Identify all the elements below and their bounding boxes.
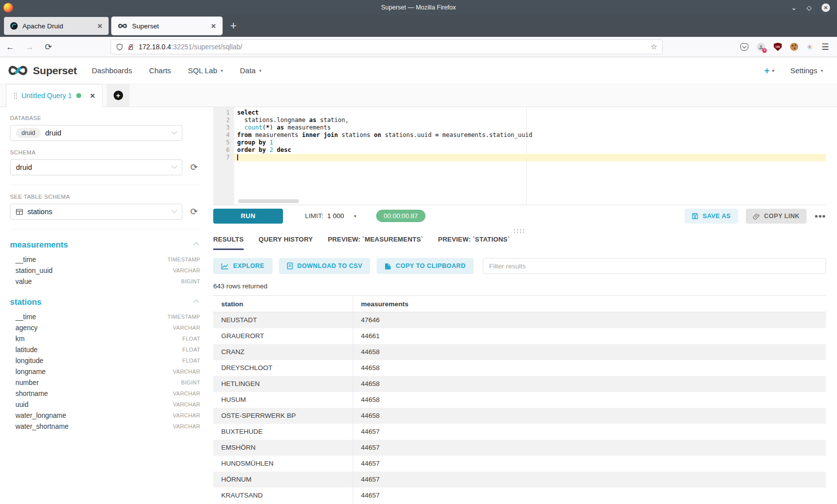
nav-item-sqllab[interactable]: SQL Lab▾ [188,66,223,75]
measurements-cell[interactable]: 44657 [353,472,826,488]
url-text[interactable]: 172.18.0.4:32251/superset/sqllab/ [139,43,242,51]
table-select[interactable]: stations [10,204,182,220]
table-row[interactable]: HÖRNUM44657 [213,472,826,488]
column-row[interactable]: uuidVARCHAR [10,399,200,410]
save-as-button[interactable]: SAVE AS [685,209,737,224]
window-maximize-icon[interactable]: ◇ [807,4,812,11]
settings-menu[interactable]: Settings▾ [790,66,823,75]
collapse-icon[interactable] [193,299,199,305]
column-row[interactable]: __timeTIMESTAMP [10,311,200,322]
station-cell[interactable]: NEUSTADT [213,312,353,328]
column-row[interactable]: agencyVARCHAR [10,322,200,333]
menu-icon[interactable]: ☰ [822,43,829,51]
database-select[interactable]: druid druid [10,125,182,141]
column-row[interactable]: shortnameVARCHAR [10,388,200,399]
station-cell[interactable]: CRANZ [213,344,353,360]
table-row[interactable]: OSTE-SPERRWERK BP44658 [213,408,826,424]
results-tab[interactable]: PREVIEW: `STATIONS` [438,236,510,250]
code-line[interactable]: group by 1 [234,139,826,146]
query-tab-active[interactable]: Untitled Query 1 ✕ [6,84,103,107]
window-close-icon[interactable]: ✕ [822,3,830,12]
column-row[interactable]: kmFLOAT [10,333,200,344]
code-line[interactable]: select [234,109,826,117]
new-query-tab[interactable]: + [107,84,130,107]
ublock-icon[interactable]: UO [774,43,782,51]
station-cell[interactable]: HETLINGEN [213,376,353,392]
column-row[interactable]: numberBIGINT [10,377,200,388]
table-row[interactable]: CRANZ44658 [213,344,826,360]
station-cell[interactable]: GRAUERORT [213,328,353,344]
account-icon[interactable]: ✕ [757,43,765,51]
column-header[interactable]: station [213,296,353,312]
drag-handle-icon[interactable] [13,92,17,100]
bookmark-star-icon[interactable]: ☆ [651,42,657,51]
collapse-icon[interactable] [193,242,199,248]
code-line[interactable]: count(*) as measurements [234,124,826,131]
measurements-cell[interactable]: 44657 [353,456,826,472]
limit-dropdown[interactable]: LIMIT: 1 000 ▾ [305,212,356,220]
table-row[interactable]: EMSHÖRN44657 [213,440,826,456]
column-row[interactable]: latitudeFLOAT [10,344,200,355]
table-row[interactable]: HUSUM44658 [213,392,826,408]
station-cell[interactable]: DREYSCHLOOT [213,360,353,376]
measurements-cell[interactable]: 44658 [353,408,826,424]
tab-close-icon[interactable]: ✕ [211,22,216,30]
results-tab[interactable]: PREVIEW: `MEASUREMENTS` [328,236,423,250]
more-menu-icon[interactable]: ••• [815,211,826,221]
schema-select[interactable]: druid [10,159,182,175]
measurements-cell[interactable]: 47646 [353,312,826,328]
nav-item-dashboards[interactable]: Dashboards [92,66,132,75]
table-row[interactable]: GRAUERORT44661 [213,328,826,344]
code-line[interactable] [234,154,826,161]
sql-editor[interactable]: 1234567 select stations.longname as stat… [213,107,826,205]
superset-brand[interactable]: Superset [7,64,77,77]
table-row[interactable]: BUXTEHUDE44657 [213,424,826,440]
station-cell[interactable]: OSTE-SPERRWERK BP [213,408,353,424]
results-tab[interactable]: RESULTS [213,236,244,250]
table-row[interactable]: HUNDSMÜHLEN44657 [213,456,826,472]
column-row[interactable]: valueBIGINT [10,276,200,287]
column-header[interactable]: measurements [353,296,826,312]
station-cell[interactable]: HUSUM [213,392,353,408]
download-csv-button[interactable]: DOWNLOAD TO CSV [279,258,371,274]
station-cell[interactable]: HUNDSMÜHLEN [213,456,353,472]
table-row[interactable]: KRAUTSAND44657 [213,488,826,504]
column-row[interactable]: station_uuidVARCHAR [10,265,200,276]
close-icon[interactable]: ✕ [90,92,95,100]
measurements-cell[interactable]: 44657 [353,440,826,456]
tab-close-icon[interactable]: ✕ [97,22,103,30]
new-tab-button[interactable]: + [230,20,237,31]
measurements-cell[interactable]: 44657 [353,488,826,504]
url-bar[interactable]: 172.18.0.4:32251/superset/sqllab/ ☆ [111,39,663,54]
code-line[interactable]: stations.longname as station, [234,117,826,124]
refresh-schemas-icon[interactable]: ⟳ [190,163,198,172]
table-section-header[interactable]: stations [10,297,200,307]
browser-tab-superset[interactable]: Superset ✕ [112,17,222,35]
run-button[interactable]: RUN [213,209,283,224]
station-cell[interactable]: BUXTEHUDE [213,424,353,440]
code-line[interactable]: order by 2 desc [234,146,826,154]
shield-icon[interactable] [116,43,123,51]
pocket-icon[interactable] [740,43,748,51]
station-cell[interactable]: EMSHÖRN [213,440,353,456]
copy-link-button[interactable]: COPY LINK [746,209,807,224]
reload-icon[interactable]: ⟳ [45,43,52,51]
insecure-lock-icon[interactable] [128,43,134,51]
table-row[interactable]: NEUSTADT47646 [213,312,826,328]
results-tab[interactable]: QUERY HISTORY [259,236,313,250]
column-row[interactable]: __timeTIMESTAMP [10,254,200,265]
station-cell[interactable]: HÖRNUM [213,472,353,488]
column-row[interactable]: water_longnameVARCHAR [10,410,200,421]
editor-code[interactable]: select stations.longname as station, cou… [234,107,826,205]
filter-results-input[interactable] [483,258,826,274]
station-cell[interactable]: KRAUTSAND [213,488,353,504]
measurements-cell[interactable]: 44661 [353,328,826,344]
nav-item-charts[interactable]: Charts [149,66,171,75]
back-icon[interactable]: ← [6,43,14,51]
browser-tab-druid[interactable]: Apache Druid ✕ [4,17,109,35]
column-row[interactable]: water_shortnameVARCHAR [10,421,200,432]
explore-button[interactable]: EXPLORE [213,258,273,274]
sparkle-extension-icon[interactable]: ✳ [807,43,813,51]
window-minimize-icon[interactable]: ⌄ [791,4,797,11]
editor-hscrollbar[interactable] [238,199,299,203]
